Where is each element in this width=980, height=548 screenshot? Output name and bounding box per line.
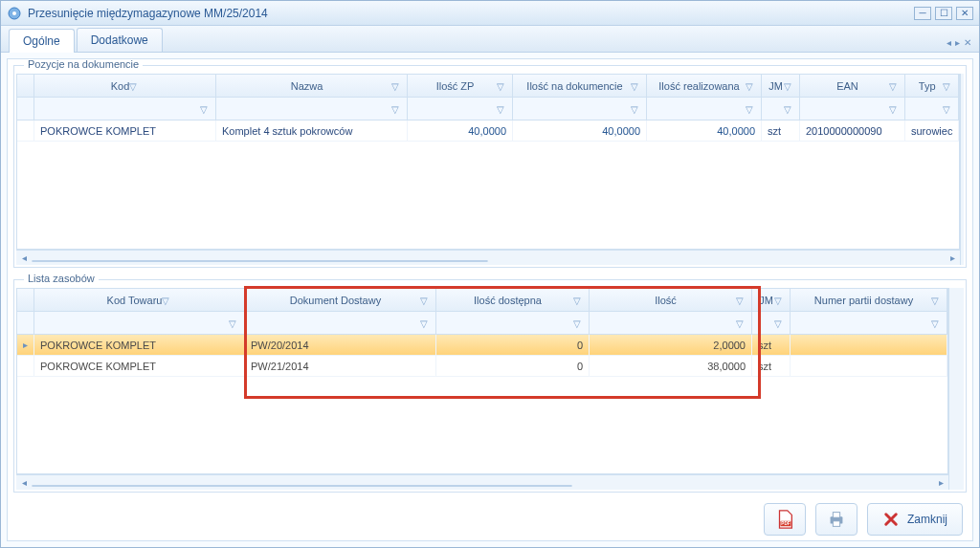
horiz-scrollbar[interactable]: ◂ ▸ [16,250,960,265]
filter-icon[interactable]: ▽ [931,296,941,305]
filter-icon[interactable]: ▽ [889,104,899,114]
svg-rect-6 [833,521,839,527]
filter-icon[interactable]: ▽ [391,81,401,91]
tab-close[interactable]: ✕ [964,37,971,48]
filter-icon[interactable]: ▽ [420,318,430,328]
vert-scrollbar[interactable] [960,74,964,265]
filter-icon[interactable]: ▽ [631,81,640,91]
close-button[interactable]: Zamknij [867,503,963,536]
col-jm[interactable]: JM▽ [762,75,800,98]
filter-icon[interactable]: ▽ [573,296,583,305]
pdf-button[interactable]: PDF [764,503,806,536]
col-typ[interactable]: Typ▽ [905,75,959,98]
filter-icon[interactable]: ▽ [736,318,746,328]
filter-icon[interactable]: ▽ [943,81,952,91]
app-icon [7,6,22,21]
window: Przesunięcie międzymagazynowe MM/25/2014… [0,0,980,548]
col-kod[interactable]: Kod▽ [34,75,216,98]
scroll-left[interactable]: ◂ [16,252,32,263]
filter-icon[interactable]: ▽ [229,318,238,328]
col-numer-partii[interactable]: Numer partii dostawy▽ [791,289,947,312]
filter-icon[interactable]: ▽ [200,104,210,114]
scroll-right[interactable]: ▸ [945,252,960,263]
horiz-scrollbar[interactable]: ◂ ▸ [16,474,948,490]
filter-icon[interactable]: ▽ [746,104,755,114]
filter-icon[interactable]: ▽ [420,296,430,305]
group-positions: Pozycje na dokumencie Kod▽ Nazwa▽ Ilość … [13,65,967,268]
group-resources-title: Lista zasobów [24,273,99,284]
col-ilosc-zp[interactable]: Ilość ZP▽ [408,75,513,98]
tab-additional[interactable]: Dodatkowe [77,28,163,52]
content-area: Pozycje na dokumencie Kod▽ Nazwa▽ Ilość … [7,58,973,541]
footer: PDF Zamknij [8,498,972,540]
filter-icon[interactable]: ▽ [162,296,171,305]
filter-icon[interactable]: ▽ [746,81,755,91]
col-nazwa[interactable]: Nazwa▽ [216,75,408,98]
col-ilosc-real[interactable]: Ilość realizowana▽ [647,75,762,98]
scroll-right[interactable]: ▸ [933,477,948,488]
filter-icon[interactable]: ▽ [943,104,952,114]
filter-icon[interactable]: ▽ [774,296,784,305]
table-row[interactable]: POKROWCE KOMPLET Komplet 4 sztuk pokrowc… [17,121,959,142]
tab-nav: ◂ ▸ ✕ [947,37,971,52]
maximize-button[interactable]: ☐ [935,7,952,20]
tab-nav-prev[interactable]: ◂ [947,37,951,48]
table-row[interactable]: POKROWCE KOMPLET PW/21/2014 0 38,0000 sz… [17,356,947,377]
filter-icon[interactable]: ▽ [784,104,793,114]
col-jm2[interactable]: JM▽ [752,289,791,312]
group-positions-title: Pozycje na dokumencie [24,58,143,70]
group-resources: Lista zasobów Kod Towaru▽ Dokument Dosta… [13,279,967,493]
titlebar: Przesunięcie międzymagazynowe MM/25/2014… [1,1,979,26]
filter-icon[interactable]: ▽ [736,296,746,305]
filter-icon[interactable]: ▽ [889,81,899,91]
filter-icon[interactable]: ▽ [573,318,583,328]
svg-text:PDF: PDF [781,521,790,526]
close-icon [882,511,900,528]
filter-icon[interactable]: ▽ [391,104,401,114]
filter-icon[interactable]: ▽ [497,104,506,114]
col-ean[interactable]: EAN▽ [800,75,905,98]
col-dokument-dostawy[interactable]: Dokument Dostawy▽ [245,289,436,312]
close-label: Zamknij [907,513,947,526]
window-title: Przesunięcie międzymagazynowe MM/25/2014 [28,7,268,20]
table-row[interactable]: POKROWCE KOMPLET PW/20/2014 0 2,0000 szt [17,335,947,356]
filter-icon[interactable]: ▽ [784,81,793,91]
filter-icon[interactable]: ▽ [497,81,506,91]
col-ilosc-dostepna[interactable]: Ilość dostępna▽ [436,289,590,312]
col-ilosc-dok[interactable]: Ilość na dokumencie▽ [513,75,647,98]
close-window-button[interactable]: ✕ [956,7,973,20]
filter-icon[interactable]: ▽ [631,104,640,114]
tab-nav-next[interactable]: ▸ [955,37,960,48]
scroll-left[interactable]: ◂ [16,477,32,488]
filter-icon[interactable]: ▽ [931,318,941,328]
svg-rect-5 [833,513,839,518]
filter-icon[interactable]: ▽ [129,81,139,91]
print-button[interactable] [815,503,858,536]
minimize-button[interactable]: ─ [914,7,931,20]
svg-point-1 [12,11,16,15]
tab-general[interactable]: Ogólne [9,29,75,53]
col-kod-towaru[interactable]: Kod Towaru▽ [34,289,245,312]
vert-scrollbar[interactable] [948,288,964,490]
col-ilosc[interactable]: Ilość▽ [590,289,752,312]
filter-icon[interactable]: ▽ [774,318,784,328]
tabstrip: Ogólne Dodatkowe ◂ ▸ ✕ [1,26,979,53]
